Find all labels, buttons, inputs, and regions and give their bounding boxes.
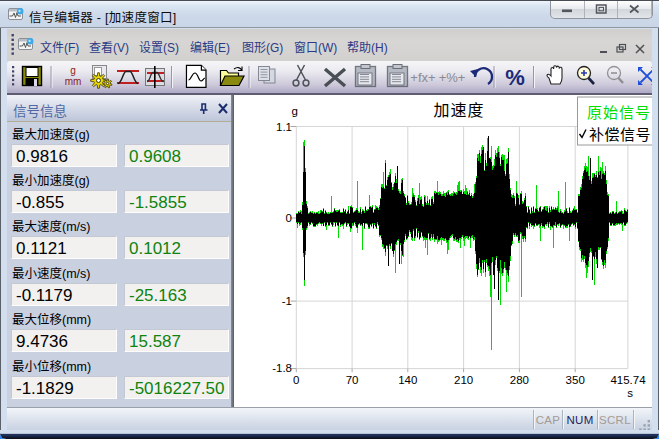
svg-text:70: 70	[346, 374, 359, 386]
svg-text:+fx+: +fx+	[410, 70, 435, 85]
svg-text:-1: -1	[282, 295, 292, 307]
svg-text:g: g	[70, 65, 76, 76]
svg-text:加速度: 加速度	[433, 97, 484, 121]
svg-text:补偿信号: 补偿信号	[589, 123, 651, 144]
svg-text:原始信号: 原始信号	[587, 101, 651, 122]
svg-text:415.74: 415.74	[610, 374, 646, 386]
svg-text:s: s	[627, 387, 633, 399]
svg-text:%: %	[505, 65, 525, 90]
svg-text:+%+: +%+	[439, 70, 466, 85]
svg-text:0: 0	[286, 212, 292, 224]
svg-text:-1.8: -1.8	[272, 362, 292, 374]
svg-text:140: 140	[398, 374, 417, 386]
svg-text:mm: mm	[65, 76, 82, 87]
svg-text:0: 0	[293, 374, 299, 386]
svg-text:g: g	[292, 105, 298, 117]
svg-text:280: 280	[510, 374, 529, 386]
svg-text:350: 350	[566, 374, 585, 386]
svg-text:1.1: 1.1	[276, 121, 292, 133]
svg-text:210: 210	[454, 374, 473, 386]
